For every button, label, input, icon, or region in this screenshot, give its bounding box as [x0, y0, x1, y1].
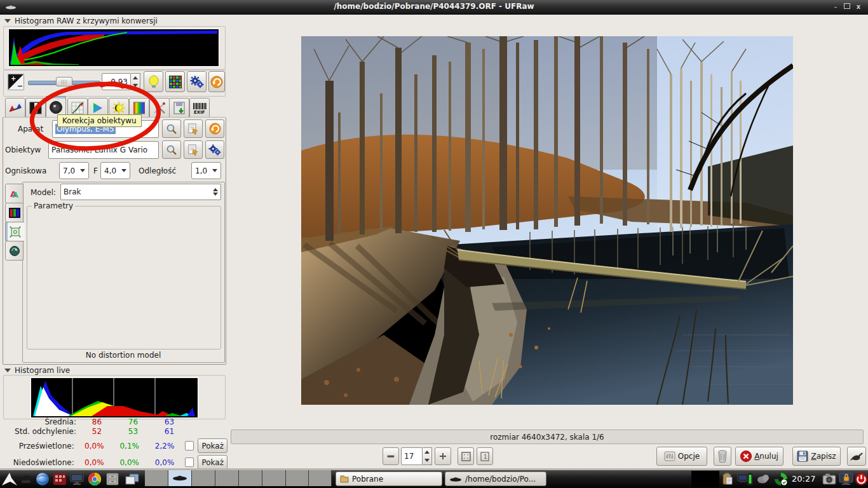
send-to-gimp-button[interactable] [847, 447, 866, 466]
aperture-label: F [93, 166, 98, 175]
archive-launcher-icon[interactable] [105, 473, 119, 485]
zoom-100-button[interactable]: 1 [477, 447, 493, 465]
overexposed-show-button[interactable]: Pokaż [198, 438, 227, 453]
exposure-compensation-icon: + − [8, 74, 24, 90]
delete-button[interactable] [714, 447, 731, 466]
clock[interactable]: 20:27 [792, 474, 821, 484]
aperture-combo[interactable]: 4,0 [100, 162, 130, 179]
tab-grayscale[interactable] [25, 98, 46, 118]
distance-label: Odległość [139, 166, 176, 175]
zoom-in-button[interactable] [435, 447, 451, 465]
clipboard-tray-icon[interactable] [722, 473, 733, 485]
zoom-100-icon: 1 [480, 452, 489, 461]
chrome-launcher-icon[interactable] [88, 472, 102, 486]
tab-crop[interactable] [149, 98, 170, 118]
model-value: Brak [64, 187, 81, 196]
distance-combo[interactable]: 1,0 [191, 162, 221, 179]
vtab-vignetting[interactable] [5, 203, 24, 222]
combo-arrow-icon [212, 169, 217, 172]
stddev-label: Std. odchylenie: [4, 427, 79, 436]
lens-settings-button[interactable] [205, 140, 224, 159]
vtab-fisheye[interactable] [5, 241, 24, 261]
exposure-spinner[interactable] [131, 73, 140, 90]
camera-reset-button[interactable] [205, 119, 224, 138]
workspace-2-active[interactable] [168, 470, 192, 486]
model-label: Model: [31, 188, 56, 197]
workspace-4[interactable] [215, 470, 239, 486]
color-correction-icon [112, 102, 125, 114]
task-button-pobrane[interactable]: Pobrane [336, 471, 442, 486]
overexposed-blue: 2,2% [147, 442, 182, 451]
spin-down-icon[interactable] [424, 459, 430, 462]
reset-exposure-button[interactable] [208, 71, 225, 92]
zoom-value-input[interactable]: 17 [401, 447, 423, 465]
workspace-5[interactable] [239, 470, 262, 486]
menu-launcher-icon[interactable] [1, 471, 18, 487]
live-histogram-expander[interactable]: Histogram live [4, 366, 70, 375]
tray-monitor-widget[interactable] [691, 471, 719, 487]
zoom-fit-button[interactable] [458, 447, 474, 465]
tab-exif[interactable]: EXIF [189, 98, 210, 118]
globe-launcher-icon[interactable] [35, 471, 50, 487]
printer-launcher-icon[interactable] [19, 473, 33, 485]
lens-input[interactable]: Panasonic, Lumix G Vario [48, 141, 159, 159]
live-histogram[interactable] [31, 377, 198, 418]
workspace-8[interactable] [309, 470, 332, 486]
auto-exposure-button[interactable] [144, 71, 163, 92]
model-combo[interactable]: Brak [60, 184, 221, 200]
raw-histogram-expander[interactable]: Histogram RAW z krzywymi konwersji [4, 17, 158, 25]
exposure-slider-handle[interactable]: ||| [56, 77, 72, 86]
weather-tray-icon[interactable] [756, 473, 771, 484]
overexposed-checkbox[interactable] [185, 441, 194, 451]
workspace-3[interactable] [192, 470, 215, 486]
underexposed-green: 0,0% [112, 458, 147, 467]
options-icon [664, 451, 675, 461]
focal-length-combo[interactable]: 7,0 [59, 162, 89, 179]
power-tray-icon[interactable] [855, 472, 868, 486]
camera-tray-icon[interactable] [822, 473, 837, 485]
workspace-6[interactable] [262, 470, 286, 486]
vtab-distortion[interactable] [5, 222, 25, 241]
spin-up-icon[interactable] [133, 76, 138, 79]
lens-correction-tooltip: Korekcja obiektywu [57, 114, 142, 127]
task-button-ufraw[interactable]: /home/bodzio/Po... [445, 471, 546, 486]
window-title: /home/bodzio/Pobrane/P4044379.ORF - UFRa… [0, 2, 868, 11]
tab-save[interactable] [169, 98, 189, 118]
focal-length-value: 7,0 [63, 166, 75, 175]
minimize-button[interactable]: – [831, 3, 840, 11]
lens-apply-button[interactable] [184, 140, 203, 159]
battery-tray-icon[interactable] [737, 472, 754, 486]
spin-up-icon[interactable] [424, 451, 430, 454]
lock-screen-tray-icon[interactable] [839, 472, 853, 486]
display-launcher-icon[interactable] [70, 472, 84, 486]
tab-white-balance[interactable] [5, 98, 25, 118]
camera-label: Aparat [18, 125, 43, 133]
vtab-chromatic-aberration[interactable]: A A [5, 184, 24, 203]
save-button[interactable]: Zapisz [792, 447, 841, 466]
maximize-button[interactable] [843, 3, 851, 11]
exposure-value-input[interactable]: 0,93 [102, 73, 131, 90]
options-button[interactable]: Opcje [656, 447, 707, 466]
processing-options-button[interactable] [187, 71, 207, 92]
raw-interpolation-button[interactable] [165, 71, 185, 92]
stddev-green: 53 [115, 427, 151, 436]
overexposed-label: Prześwietlone: [4, 442, 77, 451]
workspace-1[interactable] [145, 470, 168, 486]
zoom-out-button[interactable] [383, 447, 399, 465]
camera-apply-button[interactable] [184, 119, 203, 138]
zoom-spinner[interactable] [423, 447, 432, 465]
windows-launcher-icon[interactable] [125, 473, 140, 485]
sync-tray-icon[interactable] [774, 472, 788, 486]
package-launcher-icon[interactable] [53, 473, 67, 485]
combo-arrow-icon [80, 169, 85, 172]
underexposed-checkbox[interactable] [185, 458, 194, 467]
camera-search-button[interactable] [162, 119, 181, 138]
photo-preview[interactable] [301, 36, 793, 405]
raw-histogram[interactable] [8, 29, 219, 67]
close-button[interactable]: x [854, 3, 863, 11]
underexposed-show-button[interactable]: Pokaż [198, 455, 227, 470]
cancel-button[interactable]: Anuluj [735, 447, 783, 466]
lens-search-button[interactable] [162, 140, 181, 159]
workspace-7[interactable] [286, 470, 309, 486]
spin-down-icon[interactable] [133, 84, 138, 87]
